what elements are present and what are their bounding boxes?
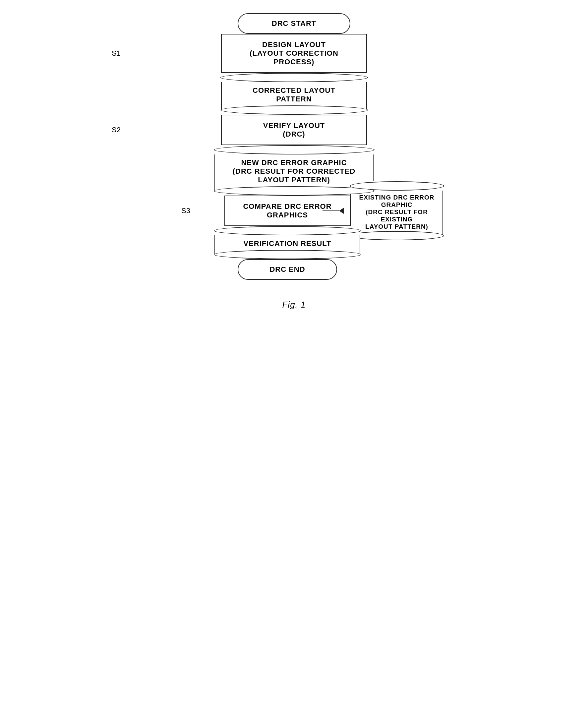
drc-start-label: DRC START xyxy=(272,19,316,28)
drc-start-shape: DRC START xyxy=(238,13,350,34)
step-s1-label: S1 xyxy=(112,49,121,58)
cylinder-bottom-3 xyxy=(350,231,444,240)
drc-end-shape: DRC END xyxy=(238,259,337,280)
step-s2-label: S2 xyxy=(112,126,121,134)
cylinder-bottom-1 xyxy=(220,106,368,115)
corrected-pattern-shape: CORRECTED LAYOUT PATTERN xyxy=(221,73,367,115)
cylinder-top-1 xyxy=(220,73,368,82)
new-drc-error-shape: NEW DRC ERROR GRAPHIC (DRC RESULT FOR CO… xyxy=(214,145,374,196)
s1-shape: DESIGN LAYOUT (LAYOUT CORRECTION PROCESS… xyxy=(221,34,367,73)
s2-shape: VERIFY LAYOUT (DRC) xyxy=(221,115,367,145)
s3-label: COMPARE DRC ERROR GRAPHICS xyxy=(243,202,331,219)
cylinder-bottom-4 xyxy=(214,250,361,259)
page: DRC START S1 DESIGN LAYOUT (LAYOUT CORRE… xyxy=(0,0,588,708)
cylinder-top-4 xyxy=(214,226,361,235)
verification-shape: VERIFICATION RESULT xyxy=(214,226,360,259)
diagram: DRC START S1 DESIGN LAYOUT (LAYOUT CORRE… xyxy=(145,13,443,280)
cylinder-top-2 xyxy=(214,145,375,154)
corrected-pattern-label: CORRECTED LAYOUT PATTERN xyxy=(253,86,335,103)
new-drc-error-label: NEW DRC ERROR GRAPHIC (DRC RESULT FOR CO… xyxy=(233,158,355,184)
cylinder-bottom-2 xyxy=(214,186,375,196)
s2-row: S2 VERIFY LAYOUT (DRC) xyxy=(145,115,443,145)
verification-label: VERIFICATION RESULT xyxy=(243,239,331,247)
s1-row: S1 DESIGN LAYOUT (LAYOUT CORRECTION PROC… xyxy=(145,34,443,73)
figure-label: Fig. 1 xyxy=(282,300,305,310)
horizontal-arrow xyxy=(323,206,344,216)
step-s3-label: S3 xyxy=(181,206,190,215)
existing-drc-label: EXISTING DRC ERROR GRAPHIC (DRC RESULT F… xyxy=(356,194,437,230)
drc-end-label: DRC END xyxy=(269,265,305,273)
s2-label: VERIFY LAYOUT (DRC) xyxy=(263,121,325,139)
s3-row: S3 COMPARE DRC ERROR GRAPHICS EXISTING D… xyxy=(145,196,443,226)
cylinder-body-3: EXISTING DRC ERROR GRAPHIC (DRC RESULT F… xyxy=(350,190,443,236)
s1-label: DESIGN LAYOUT (LAYOUT CORRECTION PROCESS… xyxy=(235,40,353,66)
